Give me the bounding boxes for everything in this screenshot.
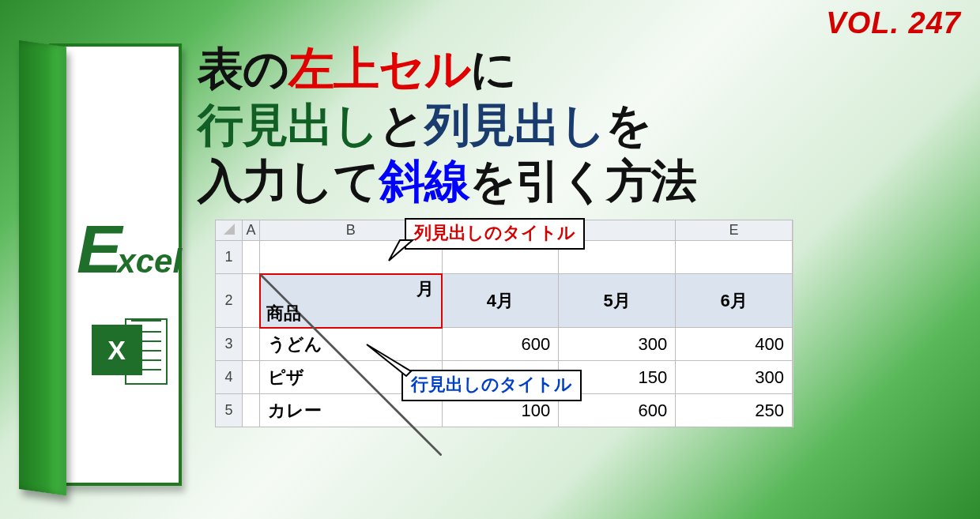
main-panel: 表の左上セルに 行見出しと列見出しを 入力して斜線を引く方法 A B E 1 bbox=[198, 41, 959, 503]
title-highlight-red: 左上セル bbox=[288, 43, 470, 94]
excel-icon-book: X bbox=[92, 325, 142, 375]
value-cell: 400 bbox=[676, 328, 793, 361]
door-graphic: Excel X bbox=[19, 43, 185, 498]
value-cell: 250 bbox=[676, 394, 793, 427]
spreadsheet-mock: A B E 1 2 月 bbox=[215, 220, 793, 427]
col-header: A bbox=[243, 220, 260, 241]
row-header: 2 bbox=[216, 274, 243, 328]
page-title: 表の左上セルに 行見出しと列見出しを 入力して斜線を引く方法 bbox=[198, 41, 959, 209]
row-header: 5 bbox=[216, 394, 243, 427]
select-all-corner bbox=[216, 220, 243, 241]
callout-column-title: 列見出しのタイトル bbox=[405, 218, 585, 250]
title-text: 表の bbox=[198, 43, 288, 94]
diag-bottom-label: 商品 bbox=[266, 302, 301, 325]
table-row: 3 うどん 600 300 400 bbox=[216, 328, 793, 361]
callout-tail-icon bbox=[367, 344, 422, 392]
row-header: 4 bbox=[216, 361, 243, 394]
title-highlight-navy: 列見出し bbox=[424, 99, 605, 150]
callout-text: 列見出しのタイトル bbox=[414, 223, 575, 243]
cell bbox=[243, 394, 260, 427]
door-leaf bbox=[19, 40, 66, 495]
month-header: 4月 bbox=[442, 274, 559, 328]
value-cell: 300 bbox=[676, 361, 793, 394]
callout-tail-icon bbox=[389, 237, 420, 269]
title-highlight-blue: 斜線 bbox=[379, 155, 469, 206]
diag-top-label: 月 bbox=[416, 277, 434, 301]
title-text: を引く方法 bbox=[469, 155, 696, 206]
callout-row-title: 行見出しのタイトル bbox=[401, 370, 582, 401]
excel-initial: E bbox=[77, 225, 122, 273]
callout-text: 行見出しのタイトル bbox=[411, 374, 572, 394]
title-text: を bbox=[605, 99, 651, 150]
excel-wordmark: Excel bbox=[68, 225, 190, 280]
cell bbox=[243, 361, 260, 394]
value-cell: 300 bbox=[559, 328, 676, 361]
volume-label: VOL. 247 bbox=[826, 6, 961, 40]
value-cell: 600 bbox=[442, 328, 559, 361]
title-text: に bbox=[470, 43, 516, 94]
diagonal-header-cell: 月 商品 bbox=[260, 274, 443, 328]
month-header: 5月 bbox=[559, 274, 676, 328]
row-header: 1 bbox=[216, 241, 243, 274]
excel-rest: xcel bbox=[117, 243, 182, 280]
cell bbox=[243, 241, 260, 274]
title-text: と bbox=[379, 99, 424, 150]
cell bbox=[243, 274, 260, 328]
title-highlight-green: 行見出し bbox=[198, 99, 379, 150]
title-text: 入力して bbox=[198, 155, 379, 206]
cell bbox=[676, 241, 793, 274]
excel-icon: X bbox=[92, 314, 168, 389]
table-row: 2 月 商品 4月 5月 6月 bbox=[216, 274, 793, 328]
month-header: 6月 bbox=[676, 274, 793, 328]
row-header: 3 bbox=[216, 328, 243, 361]
select-all-triangle-icon bbox=[224, 224, 235, 235]
cell bbox=[243, 328, 260, 361]
col-header: E bbox=[676, 220, 793, 241]
